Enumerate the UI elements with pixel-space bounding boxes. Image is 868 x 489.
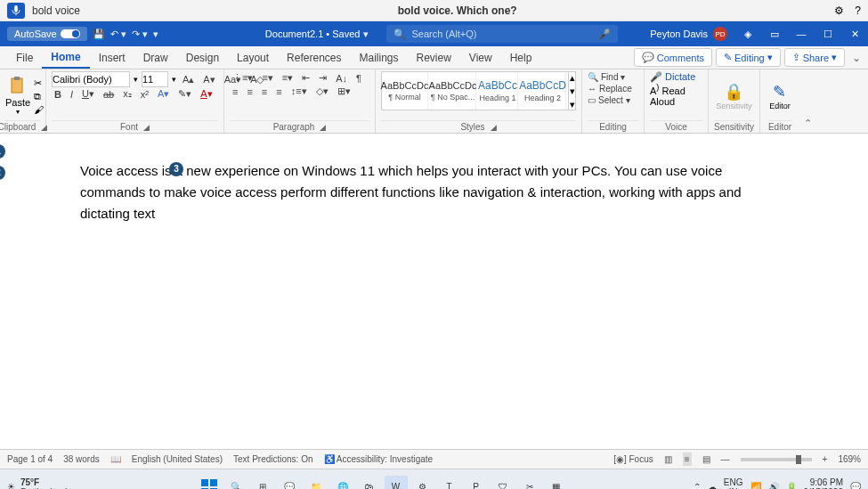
battery-icon[interactable]: 🔋	[786, 482, 797, 489]
bullets-icon[interactable]: ⋮≡▾	[230, 71, 256, 85]
accessibility-status[interactable]: ♿ Accessibility: Investigate	[324, 454, 434, 464]
print-layout-icon[interactable]: ≡	[683, 452, 692, 466]
text-predictions[interactable]: Text Predictions: On	[233, 454, 312, 464]
show-marks-icon[interactable]: ¶	[353, 72, 364, 85]
zoom-slider[interactable]	[741, 458, 812, 461]
document-canvas[interactable]: 1 2 3 Voice access is a new experience o…	[0, 134, 868, 449]
tab-references[interactable]: References	[278, 48, 350, 68]
tab-insert[interactable]: Insert	[90, 48, 134, 68]
close-button[interactable]: ✕	[841, 21, 868, 46]
style-heading1[interactable]: AaBbCcHeading 1	[478, 72, 518, 110]
volume-icon[interactable]: 🔊	[768, 482, 779, 489]
select-button[interactable]: ▭ Select ▾	[588, 94, 638, 106]
tab-layout[interactable]: Layout	[228, 48, 278, 68]
zoom-out-icon[interactable]: —	[721, 454, 730, 464]
increase-indent-icon[interactable]: ⇥	[316, 71, 329, 85]
settings-taskbar-icon[interactable]: ⚙	[411, 476, 434, 490]
autosave-toggle[interactable]: AutoSave	[7, 27, 87, 41]
language-switcher[interactable]: ENGIN	[724, 477, 743, 490]
tray-overflow-icon[interactable]: ⌃	[694, 482, 701, 489]
comments-button[interactable]: 💬 Comments	[634, 48, 712, 67]
font-launcher-icon[interactable]: ◢	[143, 123, 150, 132]
font-name-input[interactable]	[52, 71, 130, 87]
styles-launcher-icon[interactable]: ◢	[491, 123, 497, 132]
redo-icon[interactable]: ↷ ▾	[132, 29, 148, 40]
ribbon-display-icon[interactable]: ▭	[761, 21, 788, 46]
tab-mailings[interactable]: Mailings	[350, 48, 407, 68]
justify-icon[interactable]: ≡	[273, 86, 284, 98]
onedrive-icon[interactable]: ☁	[708, 482, 717, 489]
styles-more-icon[interactable]: ▴▾▾	[568, 72, 575, 110]
voice-mic-button[interactable]	[7, 3, 25, 19]
tab-design[interactable]: Design	[177, 48, 228, 68]
sort-icon[interactable]: A↓	[333, 72, 350, 85]
editing-mode-button[interactable]: ✎ Editing ▾	[716, 48, 781, 67]
bold-button[interactable]: B	[52, 88, 64, 101]
decrease-indent-icon[interactable]: ⇤	[299, 71, 312, 85]
callout-1[interactable]: 1	[0, 144, 5, 159]
tab-draw[interactable]: Draw	[134, 48, 177, 68]
editor-button[interactable]: Editor	[769, 102, 791, 110]
wifi-icon[interactable]: 📶	[750, 482, 761, 489]
dictate-button[interactable]: 🎤 Dictate	[650, 71, 702, 83]
maximize-button[interactable]: ☐	[815, 21, 841, 46]
highlight-icon[interactable]: ✎▾	[175, 87, 194, 101]
shading-icon[interactable]: ◇▾	[313, 85, 331, 98]
app-options-icon[interactable]: ◈	[734, 21, 761, 46]
teams-icon[interactable]: T	[438, 476, 461, 490]
tab-file[interactable]: File	[7, 48, 42, 68]
search-mic-icon[interactable]: 🎤	[598, 29, 611, 40]
grow-font-icon[interactable]: A▴	[180, 73, 197, 86]
undo-icon[interactable]: ↶ ▾	[110, 29, 126, 40]
format-painter-icon[interactable]: 🖌	[34, 104, 44, 115]
read-aloud-button[interactable]: A) Read Aloud	[650, 83, 702, 107]
cut-icon[interactable]: ✂	[34, 77, 44, 89]
style-normal[interactable]: AaBbCcDc¶ Normal	[382, 72, 428, 110]
chevron-down-icon[interactable]: ▾	[134, 75, 138, 84]
shrink-font-icon[interactable]: A▾	[200, 73, 217, 86]
read-mode-icon[interactable]: ▥	[664, 454, 672, 464]
start-button[interactable]	[198, 476, 221, 490]
line-spacing-icon[interactable]: ↕≡▾	[288, 85, 310, 98]
chevron-down-icon[interactable]: ▾	[172, 75, 176, 84]
tab-view[interactable]: View	[460, 48, 501, 68]
multilevel-icon[interactable]: ≡▾	[280, 71, 296, 85]
style-heading2[interactable]: AaBbCcDHeading 2	[520, 72, 566, 110]
copy-icon[interactable]: ⧉	[34, 91, 44, 102]
powerpoint-icon[interactable]: P	[465, 476, 488, 490]
document-text[interactable]: Voice access is a new experience on Wind…	[80, 160, 788, 224]
clock[interactable]: 9:06 PM9/15/2022	[804, 477, 844, 490]
edge-icon[interactable]: 🌐	[331, 476, 354, 490]
language-status[interactable]: English (United States)	[132, 454, 223, 464]
search-taskbar-icon[interactable]: 🔍	[224, 476, 247, 490]
security-icon[interactable]: 🛡	[491, 476, 515, 490]
web-layout-icon[interactable]: ▤	[702, 454, 710, 464]
voice-settings-icon[interactable]: ⚙	[834, 4, 844, 17]
zoom-in-icon[interactable]: +	[823, 454, 828, 464]
share-button[interactable]: ⇪ Share ▾	[784, 48, 845, 67]
word-count[interactable]: 38 words	[63, 454, 100, 464]
collapse-ribbon-icon[interactable]: ⌄	[852, 52, 861, 64]
font-size-input[interactable]	[142, 71, 168, 87]
zoom-level[interactable]: 169%	[838, 454, 861, 464]
snipping-icon[interactable]: ✂	[518, 476, 541, 490]
strikethrough-button[interactable]: ab	[101, 88, 117, 101]
numbering-icon[interactable]: ≡▾	[259, 71, 275, 85]
styles-gallery[interactable]: AaBbCcDc¶ Normal AaBbCcDc¶ No Spac... Aa…	[381, 71, 576, 110]
subscript-button[interactable]: x₂	[120, 87, 134, 101]
weather-widget[interactable]: ☀ 75°F Partly cloudy	[7, 477, 71, 490]
spell-check-icon[interactable]: 📖	[110, 454, 121, 464]
tab-help[interactable]: Help	[501, 48, 541, 68]
file-explorer-icon[interactable]: 📁	[304, 476, 328, 490]
docname-dropdown-icon[interactable]: ▾	[363, 29, 369, 40]
text-effects-icon[interactable]: A▾	[155, 87, 172, 101]
qat-customize-icon[interactable]: ▾	[153, 29, 158, 40]
voice-help-icon[interactable]: ?	[855, 4, 861, 17]
style-nospacing[interactable]: AaBbCcDc¶ No Spac...	[430, 72, 476, 110]
font-color-icon[interactable]: A▾	[198, 87, 215, 101]
paste-button[interactable]: Paste ▾	[5, 77, 30, 116]
callout-2[interactable]: 2	[0, 166, 5, 180]
search-box[interactable]: 🔍 Search (Alt+Q) 🎤	[386, 25, 618, 43]
store-icon[interactable]: 🛍	[358, 476, 381, 490]
underline-button[interactable]: U▾	[79, 87, 97, 101]
